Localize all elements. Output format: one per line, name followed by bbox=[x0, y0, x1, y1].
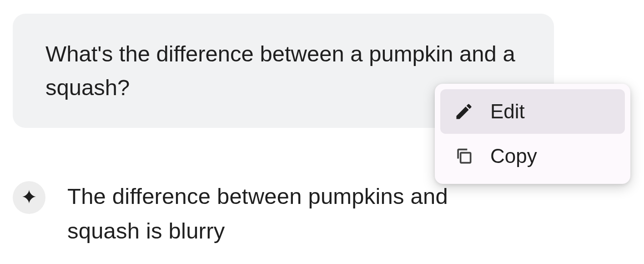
menu-item-edit[interactable]: Edit bbox=[440, 89, 625, 134]
pencil-icon bbox=[454, 102, 474, 122]
copy-icon bbox=[454, 146, 474, 166]
menu-item-label: Edit bbox=[490, 100, 525, 123]
assistant-response-text: The difference between pumpkins and squa… bbox=[67, 179, 513, 249]
sparkle-icon bbox=[21, 188, 37, 207]
menu-item-copy[interactable]: Copy bbox=[440, 134, 625, 178]
assistant-avatar bbox=[13, 181, 45, 214]
menu-item-label: Copy bbox=[490, 145, 537, 168]
assistant-response-row: The difference between pumpkins and squa… bbox=[13, 179, 513, 249]
svg-rect-0 bbox=[461, 153, 471, 163]
context-menu: Edit Copy bbox=[435, 84, 630, 184]
